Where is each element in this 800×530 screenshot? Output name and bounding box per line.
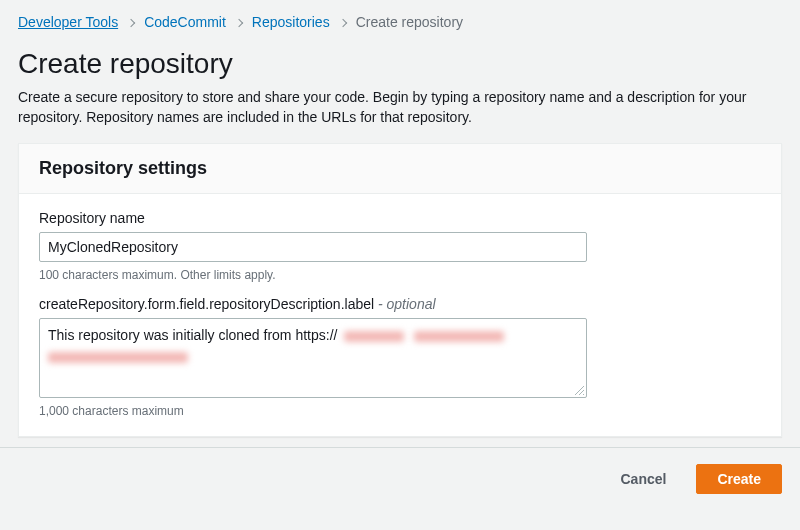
create-button[interactable]: Create — [696, 464, 782, 494]
page-description: Create a secure repository to store and … — [18, 88, 782, 127]
breadcrumb: Developer Tools CodeCommit Repositories … — [18, 14, 782, 30]
repository-settings-panel: Repository settings Repository name 100 … — [18, 143, 782, 437]
repository-name-hint: 100 characters maximum. Other limits app… — [39, 268, 761, 282]
breadcrumb-link-codecommit[interactable]: CodeCommit — [144, 14, 226, 30]
field-repository-description: createRepository.form.field.repositoryDe… — [39, 296, 761, 418]
description-visible-text: This repository was initially cloned fro… — [48, 327, 337, 343]
cancel-button[interactable]: Cancel — [600, 464, 686, 494]
breadcrumb-current: Create repository — [356, 14, 463, 30]
form-footer: Cancel Create — [0, 447, 800, 494]
breadcrumb-link-developer-tools[interactable]: Developer Tools — [18, 14, 118, 30]
redacted-text — [414, 331, 504, 342]
redacted-text — [48, 352, 188, 363]
repository-description-label-text: createRepository.form.field.repositoryDe… — [39, 296, 374, 312]
resize-handle-icon[interactable] — [574, 385, 584, 395]
chevron-right-icon — [340, 14, 346, 30]
repository-description-label: createRepository.form.field.repositoryDe… — [39, 296, 761, 312]
redacted-text — [344, 331, 404, 342]
chevron-right-icon — [236, 14, 242, 30]
repository-description-textarea[interactable]: This repository was initially cloned fro… — [39, 318, 587, 398]
page-title: Create repository — [18, 48, 782, 80]
breadcrumb-link-repositories[interactable]: Repositories — [252, 14, 330, 30]
field-repository-name: Repository name 100 characters maximum. … — [39, 210, 761, 282]
panel-title: Repository settings — [19, 144, 781, 194]
repository-name-label: Repository name — [39, 210, 761, 226]
repository-name-input[interactable] — [39, 232, 587, 262]
repository-description-hint: 1,000 characters maximum — [39, 404, 761, 418]
chevron-right-icon — [128, 14, 134, 30]
optional-suffix: - optional — [374, 296, 435, 312]
